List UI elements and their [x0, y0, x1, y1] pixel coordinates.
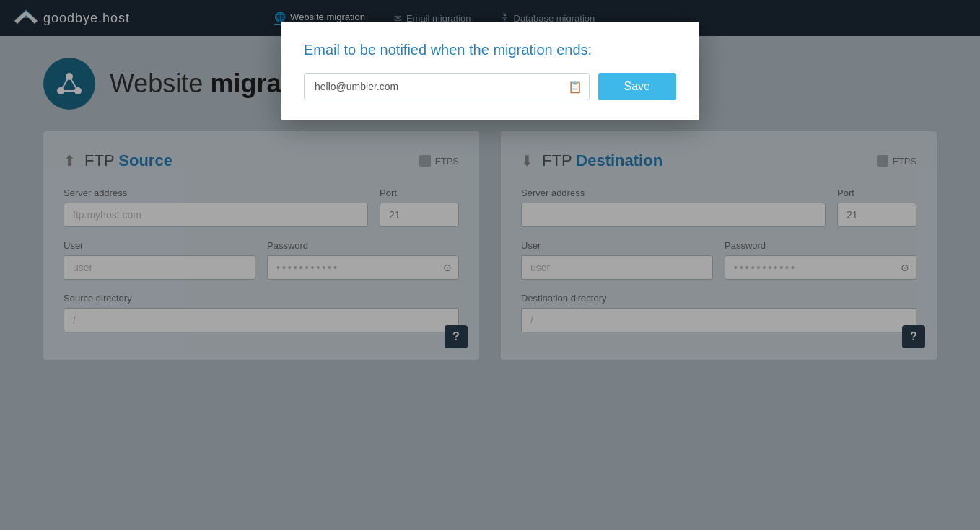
modal-body: 📋 Save — [304, 73, 676, 100]
email-notification-modal: Email to be notified when the migration … — [281, 22, 699, 120]
modal-title: Email to be notified when the migration … — [304, 42, 676, 58]
modal-email-wrap: 📋 — [304, 73, 590, 100]
modal-email-input[interactable] — [304, 73, 590, 100]
clipboard-icon: 📋 — [568, 80, 582, 94]
modal-overlay: Email to be notified when the migration … — [0, 0, 980, 530]
modal-save-button[interactable]: Save — [598, 73, 676, 100]
